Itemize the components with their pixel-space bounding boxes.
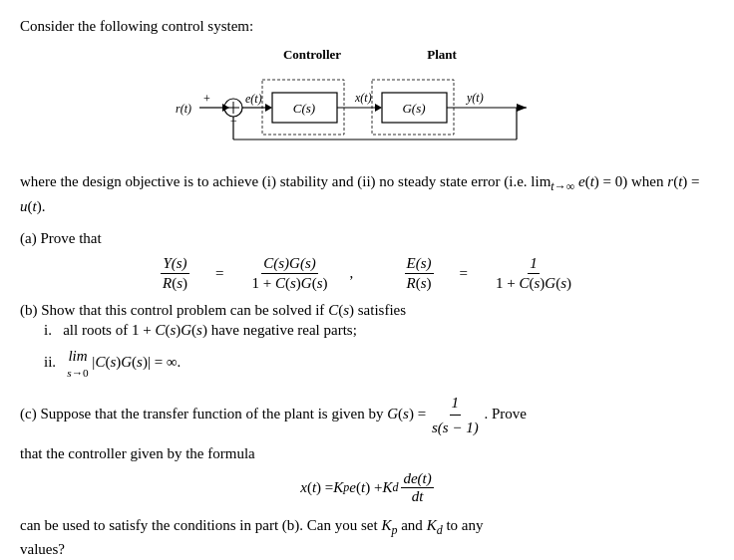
part-b-subitems: i. all roots of 1 + C(s)G(s) have negati…: [44, 319, 714, 382]
svg-text:C(s): C(s): [293, 101, 315, 116]
svg-marker-17: [375, 104, 382, 112]
svg-text:e(t): e(t): [245, 92, 262, 106]
part-b-label: (b): [20, 302, 41, 318]
frac-Es-Rs: E(s) R(s): [405, 255, 434, 292]
svg-text:r(t): r(t): [176, 102, 191, 116]
part-a: (a) Prove that Y(s) R(s) = C(s)G(s) 1 + …: [20, 230, 714, 292]
part-b: (b) Show that this control problem can b…: [20, 302, 714, 382]
intro-text: Consider the following control system:: [20, 18, 714, 35]
svg-text:y(t): y(t): [466, 91, 484, 105]
inline-frac-de: de(t) dt: [401, 470, 433, 505]
design-objective: where the design objective is to achieve…: [20, 170, 714, 218]
frac-Ys-Rs: Y(s) R(s): [161, 255, 189, 292]
svg-text:G(s): G(s): [402, 101, 425, 116]
frac-1-1plusCG: 1 1 + C(s)G(s): [494, 255, 573, 292]
part-c-line1: (c) Suppose that the transfer function o…: [20, 391, 714, 439]
inline-frac-Gs: 1 s(s − 1): [430, 391, 481, 439]
part-c-values: values?: [20, 541, 714, 558]
part-a-text: Prove that: [40, 230, 101, 246]
svg-marker-12: [265, 104, 272, 112]
part-c-line2: that the controller given by the formula: [20, 445, 714, 462]
svg-text:Plant: Plant: [427, 47, 457, 62]
svg-marker-22: [517, 104, 527, 112]
part-b-text: Show that this control problem can be so…: [41, 302, 406, 318]
block-diagram: Controller Plant r(t) + − e(t) C(s) x(t)…: [20, 45, 714, 154]
part-b-ii: ii. lim s→0 |C(s)G(s)| = ∞.: [44, 345, 714, 381]
part-a-label: (a): [20, 230, 40, 246]
part-b-i: i. all roots of 1 + C(s)G(s) have negati…: [44, 319, 714, 342]
svg-text:x(t): x(t): [354, 91, 372, 105]
svg-text:Controller: Controller: [283, 47, 341, 62]
part-a-equations: Y(s) R(s) = C(s)G(s) 1 + C(s)G(s) , E(s)…: [20, 255, 714, 292]
part-c-conclusion: can be used to satisfy the conditions in…: [20, 513, 714, 540]
svg-text:+: +: [203, 92, 210, 106]
part-c: (c) Suppose that the transfer function o…: [20, 391, 714, 557]
frac-CsGs: C(s)G(s) 1 + C(s)G(s): [249, 255, 329, 292]
x-equation: x(t) = Kpe(t) + Kd de(t) dt: [20, 470, 714, 505]
